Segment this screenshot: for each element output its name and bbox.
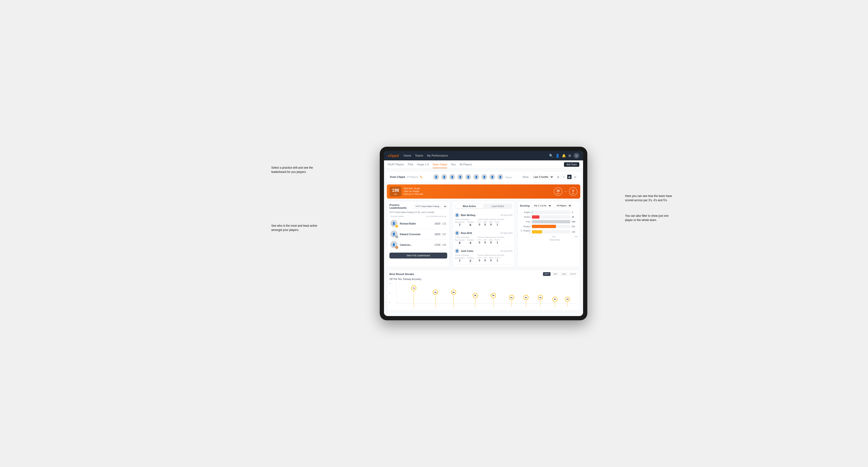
scoring-par-select[interactable]: Par 3, 4 & 5s <box>531 204 552 208</box>
bar-fill-pars <box>532 220 570 223</box>
total-rounds-label-3: Total Rounds <box>455 254 474 256</box>
total-rounds-label-2: Total Rounds <box>455 236 474 239</box>
subnav-pgat[interactable]: PGAT Players <box>388 161 404 168</box>
app-1: APP0 <box>483 221 487 226</box>
nav-home[interactable]: Home <box>404 154 411 157</box>
player-avatar-1[interactable]: 👤 <box>433 174 439 180</box>
show-period-select[interactable]: Last 3 months Last 6 months Last year <box>531 175 554 179</box>
player-avatar-8[interactable]: 👤 <box>489 174 496 180</box>
arg-2: ARG0 <box>489 239 493 244</box>
bar-pars: Pars 499 <box>520 220 578 223</box>
bell-icon[interactable]: 🔔 <box>562 154 566 158</box>
lb-badge-2: 2 <box>395 235 398 239</box>
activity-player-1-header: 👤 Blair McHarg 26 Aug 2023 <box>455 213 513 217</box>
lb-player-name-2: Edward Crossman <box>400 233 433 236</box>
bar-val-pars: 499 <box>572 220 578 223</box>
activity-player-1: 👤 Blair McHarg 26 Aug 2023 Total Rounds <box>455 211 513 229</box>
grid-view-icon[interactable]: ⊞ <box>556 175 560 179</box>
most-active-btn[interactable]: Most Active <box>455 204 484 209</box>
subnav: PGAT Players PGA Hcaps 1-5 Team Clippd T… <box>384 160 583 169</box>
streak-bubble-2: 6x <box>433 290 438 295</box>
practice-acts-label-2: Total Practice Activities <box>478 236 504 239</box>
scoring-player-select[interactable]: All Players <box>554 204 572 208</box>
player-avatar-5[interactable]: 👤 <box>465 174 471 180</box>
brand-logo: clippd <box>388 154 399 158</box>
subnav-team-clippd[interactable]: Team Clippd <box>433 161 447 168</box>
least-active-btn[interactable]: Least Active <box>484 204 512 209</box>
lb-table-header: PLAYER NAME PB SCORE PB AVG SQ <box>390 215 447 217</box>
subnav-pga[interactable]: PGA <box>408 161 413 168</box>
tournament-rounds-2: Tournament 8 <box>455 239 465 245</box>
card-view-icon[interactable]: ▦ <box>567 175 572 179</box>
lb-score-3: 17/20 <box>434 244 440 246</box>
subnav-tour[interactable]: Tour <box>451 161 456 168</box>
streak-filter-putt[interactable]: PUTT <box>569 272 578 276</box>
bar-eagles: Eagles 3 <box>520 211 578 214</box>
tournament-rounds-3: Tournament 7 <box>455 257 465 262</box>
settings-icon[interactable]: ⚙ <box>568 154 571 158</box>
bar-label-dbogeys: D. Bogeys + <box>520 229 530 234</box>
practice-rounds-1: Practice 6 <box>467 221 474 227</box>
activity-player-name-1: 👤 Blair McHarg <box>455 213 475 217</box>
lb-avg-3: 103 <box>442 244 446 246</box>
search-icon[interactable]: 🔍 <box>549 154 553 158</box>
rounds-sub-1: Tournament 7 Practice 6 <box>455 221 474 227</box>
shot-right-circle: 0 yds <box>569 187 578 196</box>
practice-acts-label-3: Total Practice Activities <box>478 254 504 256</box>
practice-acts-3: OTT0 APP0 ARG0 PUTT1 <box>478 257 504 262</box>
user-avatar[interactable]: U <box>574 153 579 158</box>
player-avatar-2[interactable]: 👤 <box>441 174 447 180</box>
team-avatars: 👤 👤 👤 👤 👤 👤 👤 👤 👤 Players <box>433 174 512 180</box>
bar-track-pars <box>532 220 570 223</box>
lb-avatar-3: 👤 3 <box>390 241 398 249</box>
player-avatar-9[interactable]: 👤 <box>497 174 503 180</box>
annotation-top-right-title: Here you can see how the team have score… <box>625 194 677 203</box>
shot-left-value: 16 <box>556 189 559 192</box>
bar-dbogeys: D. Bogeys + 131 <box>520 229 578 234</box>
practice-activities-group-1: Total Practice Activities OTT0 APP0 ARG0… <box>478 218 504 227</box>
three-col-section: Practice Leaderboards PUTT Must Make Put… <box>387 201 580 267</box>
left-annotations: Select a practice drill and see the lead… <box>271 147 323 239</box>
streak-filter-app[interactable]: APP <box>552 272 559 276</box>
player-avatar-4[interactable]: 👤 <box>457 174 464 180</box>
bar-val-dbogeys: 131 <box>572 231 578 233</box>
subnav-all-players[interactable]: All Players <box>460 161 472 168</box>
nav-my-performance[interactable]: My Performance <box>427 154 448 157</box>
streak-filter-arg[interactable]: ARG <box>560 272 568 276</box>
bar-val-birdies: 96 <box>572 216 578 218</box>
right-annotations: Here you can see how the team have score… <box>625 147 677 229</box>
practice-leaderboards-card: Practice Leaderboards PUTT Must Make Put… <box>387 201 450 267</box>
add-team-button[interactable]: Add Team <box>564 162 579 167</box>
putt-3: PUTT1 <box>495 257 500 262</box>
lb-col-name: PLAYER NAME <box>390 215 427 217</box>
rounds-sub-2: Tournament 8 Practice 4 <box>455 239 474 245</box>
table-view-icon[interactable]: ⊟ <box>573 175 578 179</box>
show-label: Show: <box>522 176 529 178</box>
app-2: APP0 <box>483 239 487 244</box>
player-avatar-7[interactable]: 👤 <box>481 174 488 180</box>
lb-avatar-1: 👤 1 <box>390 220 398 227</box>
list-view-icon[interactable]: ≡ <box>561 175 566 179</box>
lb-filter-select[interactable]: PUTT Must Make Putting ... <box>413 204 447 209</box>
practice-rounds-2: Practice 4 <box>467 239 474 245</box>
view-full-leaderboard-btn[interactable]: View Full Leaderboard <box>390 253 447 258</box>
show-controls: Show: Last 3 months Last 6 months Last y… <box>522 175 578 179</box>
people-icon[interactable]: 👤 <box>555 154 559 158</box>
shot-end-lie: End Lie: In The Hole <box>404 193 552 195</box>
bar-fill-birdies <box>532 215 539 219</box>
lb-row-3: 👤 3 Cameron... 17/20 103 <box>390 240 447 250</box>
streak-y-axis: 8 6 4 <box>390 282 397 304</box>
lb-card-header: Practice Leaderboards PUTT Must Make Put… <box>390 204 447 209</box>
player-avatar-6[interactable]: 👤 <box>473 174 479 180</box>
nav-teams[interactable]: Teams <box>415 154 423 157</box>
streak-bubble-3: 6x <box>451 290 456 295</box>
player-avatar-3[interactable]: 👤 <box>449 174 456 180</box>
edit-icon[interactable]: ✏️ <box>420 176 423 178</box>
streak-bubble-8: 4x <box>538 295 543 300</box>
streak-bubble-6: 4x <box>509 295 514 300</box>
streak-filter-ott[interactable]: OTT <box>543 272 551 276</box>
tablet-frame: clippd Home Teams My Performance 🔍 👤 🔔 ⚙… <box>323 147 625 320</box>
activity-player-3: 👤 Josh Coles 26 Aug 2023 Total Rounds <box>455 247 513 264</box>
subnav-hcaps[interactable]: Hcaps 1-5 <box>417 161 429 168</box>
shot-left-circle: 16 yds <box>554 187 562 196</box>
